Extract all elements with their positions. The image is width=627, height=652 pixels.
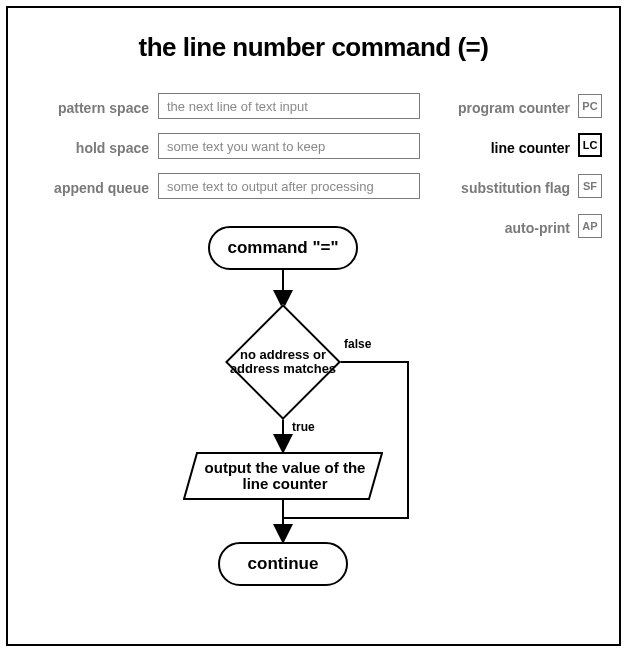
flowchart: command "=" no address or address matche…: [8, 8, 623, 648]
flow-process: output the value of the line counter: [183, 452, 383, 500]
flow-process-text: output the value of the line counter: [197, 452, 373, 500]
flow-end: continue: [218, 542, 348, 586]
diagram-frame: the line number command (=) pattern spac…: [6, 6, 621, 646]
flow-start: command "=": [208, 226, 358, 270]
flow-edge-false: false: [344, 337, 371, 351]
flow-decision: no address or address matches: [229, 308, 337, 416]
flow-edge-true: true: [292, 420, 315, 434]
flow-decision-text: no address or address matches: [229, 308, 337, 416]
